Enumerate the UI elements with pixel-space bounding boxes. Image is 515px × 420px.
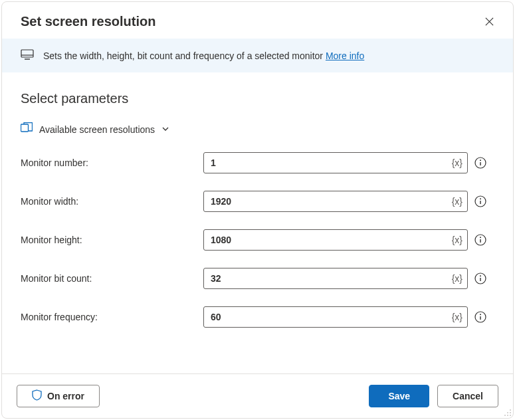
input-monitor-number[interactable] <box>203 152 468 173</box>
save-label: Save <box>388 391 410 401</box>
label-monitor-bit-count: Monitor bit count: <box>21 273 203 284</box>
input-monitor-frequency[interactable] <box>203 306 468 328</box>
svg-point-17 <box>480 314 481 315</box>
input-wrap-monitor-height: {x} <box>203 229 468 251</box>
label-monitor-width: Monitor width: <box>21 196 203 207</box>
variable-token-button[interactable]: {x} <box>452 273 463 284</box>
svg-point-14 <box>480 275 481 276</box>
info-button-monitor-frequency[interactable] <box>474 311 486 323</box>
input-wrap-monitor-bit-count: {x} <box>203 268 468 289</box>
close-icon <box>484 17 494 27</box>
on-error-button[interactable]: On error <box>17 385 100 407</box>
info-icon <box>474 195 486 207</box>
variables-label: Available screen resolutions <box>39 124 155 135</box>
input-monitor-height[interactable] <box>203 229 468 251</box>
chevron-down-icon <box>161 124 169 135</box>
on-error-label: On error <box>47 391 84 401</box>
row-monitor-height: Monitor height: {x} <box>21 229 494 251</box>
info-icon <box>474 272 486 284</box>
input-monitor-bit-count[interactable] <box>203 268 468 289</box>
dialog-title: Set screen resolution <box>21 14 155 29</box>
cancel-label: Cancel <box>453 391 483 401</box>
info-button-monitor-height[interactable] <box>474 234 486 246</box>
variable-token-button[interactable]: {x} <box>452 235 463 245</box>
svg-point-8 <box>480 198 481 199</box>
shield-icon <box>32 389 42 403</box>
save-button[interactable]: Save <box>369 385 429 407</box>
info-icon <box>474 234 486 246</box>
variables-icon <box>21 122 33 136</box>
svg-rect-3 <box>21 124 29 132</box>
dialog-content: Select parameters Available screen resol… <box>2 72 513 373</box>
svg-rect-0 <box>21 50 33 57</box>
dialog: Set screen resolution Sets the width, he… <box>1 1 514 419</box>
more-info-link[interactable]: More info <box>326 51 364 61</box>
info-button-monitor-bit-count[interactable] <box>474 272 486 284</box>
input-monitor-width[interactable] <box>203 191 468 212</box>
svg-point-5 <box>480 159 481 161</box>
variable-token-button[interactable]: {x} <box>452 158 463 168</box>
section-title: Select parameters <box>21 91 494 106</box>
variable-token-button[interactable]: {x} <box>452 196 463 207</box>
cancel-button[interactable]: Cancel <box>437 385 498 407</box>
label-monitor-number: Monitor number: <box>21 158 203 168</box>
row-monitor-width: Monitor width: {x} <box>21 191 494 212</box>
info-banner: Sets the width, height, bit count and fr… <box>2 39 513 72</box>
row-monitor-bit-count: Monitor bit count: {x} <box>21 268 494 289</box>
banner-description: Sets the width, height, bit count and fr… <box>43 51 326 61</box>
info-button-monitor-width[interactable] <box>474 195 486 207</box>
input-wrap-monitor-frequency: {x} <box>203 306 468 328</box>
input-wrap-monitor-width: {x} <box>203 191 468 212</box>
monitor-icon <box>21 49 34 62</box>
close-button[interactable] <box>482 14 497 29</box>
row-monitor-frequency: Monitor frequency: {x} <box>21 306 494 328</box>
variables-toggle[interactable]: Available screen resolutions <box>21 121 169 138</box>
dialog-footer: On error Save Cancel <box>2 373 513 418</box>
row-monitor-number: Monitor number: {x} <box>21 152 494 173</box>
svg-point-11 <box>480 237 481 238</box>
variable-token-button[interactable]: {x} <box>452 312 463 322</box>
info-button-monitor-number[interactable] <box>474 157 486 169</box>
info-icon <box>474 311 486 323</box>
label-monitor-height: Monitor height: <box>21 235 203 245</box>
info-icon <box>474 157 486 169</box>
banner-text: Sets the width, height, bit count and fr… <box>43 51 364 61</box>
label-monitor-frequency: Monitor frequency: <box>21 312 203 322</box>
dialog-header: Set screen resolution <box>2 2 513 39</box>
input-wrap-monitor-number: {x} <box>203 152 468 173</box>
